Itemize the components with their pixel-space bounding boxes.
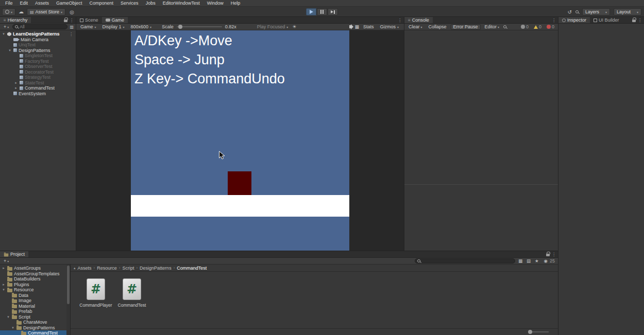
tab-console[interactable]: ≡ Console	[404, 17, 433, 23]
search-icon[interactable]	[575, 10, 579, 13]
expand-arrow-icon[interactable]: ▾	[2, 288, 6, 292]
project-folder-prefab[interactable]: Prefab	[0, 309, 70, 314]
project-folder-charamove[interactable]: CharaMove	[0, 320, 70, 325]
menu-item-gameobject[interactable]: GameObject	[53, 0, 86, 7]
hierarchy-item-commandtest[interactable]: ▸CommandTest	[0, 85, 76, 91]
hierarchy-item-eventsystem[interactable]: EventSystem	[0, 91, 76, 97]
account-button[interactable]: ▾	[2, 8, 15, 15]
pause-button[interactable]	[317, 8, 327, 15]
expand-arrow-icon[interactable]: ▸	[14, 86, 18, 90]
hierarchy-item-unqtext[interactable]: UnqText	[0, 42, 76, 48]
game-viewport[interactable]: A/DKey ->MoveSpace -> JunpZ Key-> Comman…	[131, 30, 349, 251]
stats-button[interactable]: Stats	[361, 24, 376, 29]
tab-hierarchy[interactable]: ≡ Hierarchy	[0, 17, 31, 23]
breadcrumb-segment-resource[interactable]: Resource	[97, 266, 117, 271]
expand-arrow-icon[interactable]: ▾	[11, 326, 15, 330]
panel-menu-icon[interactable]: ⋮	[550, 17, 558, 23]
menu-item-jobs[interactable]: Jobs	[142, 0, 159, 7]
project-folder-image[interactable]: Image	[0, 298, 70, 304]
breadcrumb-segment-designpatterns[interactable]: DesignPatterns	[140, 266, 172, 271]
tab-ui-builder[interactable]: UI Builder	[590, 17, 623, 23]
clear-button[interactable]: Clear▾	[406, 24, 425, 29]
scene-menu-icon[interactable]: ⋮	[69, 32, 76, 37]
expand-arrow-icon[interactable]: ▾	[6, 315, 10, 319]
create-object-button[interactable]: +▾	[2, 24, 10, 29]
project-folder-commandtest[interactable]: CommandTest	[0, 330, 70, 335]
console-log-list[interactable]	[404, 30, 558, 185]
tab-game[interactable]: Game	[102, 17, 128, 23]
menu-item-editorwindowtest[interactable]: EditorWindowTest	[159, 0, 204, 7]
project-folder-designpatterns[interactable]: ▾DesignPatterns	[0, 325, 70, 331]
warning-count[interactable]: 0	[532, 24, 543, 29]
info-count[interactable]: 0	[519, 24, 530, 29]
zoom-slider-thumb[interactable]	[528, 330, 532, 334]
scale-slider[interactable]	[177, 26, 222, 27]
hidden-packages-toggle[interactable]: ◉ 25	[542, 258, 556, 263]
search-by-label-icon[interactable]: ▤	[526, 258, 532, 263]
expand-arrow-icon[interactable]: ▸	[2, 283, 6, 287]
mute-audio-icon[interactable]	[349, 25, 351, 28]
version-control-icon[interactable]: ◎	[69, 9, 75, 15]
breadcrumb-segment-commandtest[interactable]: CommandTest	[177, 266, 207, 271]
favorites-star-icon[interactable]: ★	[534, 258, 540, 263]
collapse-button[interactable]: Collapse	[427, 24, 449, 29]
hierarchy-item-statetest[interactable]: ▸StateTest	[0, 80, 76, 86]
project-folder-assetgrouptemplates[interactable]: AssetGroupTemplates	[0, 271, 70, 277]
hierarchy-item-main-camera[interactable]: Main Camera	[0, 37, 76, 43]
filter-icon[interactable]: ▥	[70, 25, 74, 29]
panel-menu-icon[interactable]: ⋮	[636, 17, 644, 23]
vsync-grid-icon[interactable]: ▦	[354, 24, 359, 29]
cloud-icon[interactable]: ☁	[19, 8, 24, 15]
expand-arrow-icon[interactable]: ▸	[14, 81, 18, 85]
capture-icon[interactable]: ☀	[292, 24, 296, 29]
asset-store-button[interactable]: ▤ Asset Store ▾	[27, 8, 65, 15]
expand-arrow-icon[interactable]: ▾	[2, 32, 6, 36]
panel-menu-icon[interactable]: ⋮	[550, 251, 558, 257]
asset-commandtest[interactable]: #CommandTest	[114, 278, 150, 308]
breadcrumb-collapse-icon[interactable]: ▴	[74, 266, 76, 270]
tab-project[interactable]: Project	[0, 251, 28, 257]
menu-item-help[interactable]: Help	[227, 0, 244, 7]
menu-item-file[interactable]: File	[2, 0, 16, 7]
hierarchy-search-input[interactable]: All	[12, 24, 67, 29]
lock-icon[interactable]	[632, 20, 636, 22]
tree-scrollbar[interactable]	[66, 265, 70, 335]
undo-history-icon[interactable]: ↺	[568, 9, 572, 15]
error-pause-button[interactable]: Error Pause	[451, 24, 481, 30]
game-target-dropdown[interactable]: Game▾	[78, 24, 98, 29]
menu-item-window[interactable]: Window	[204, 0, 227, 7]
project-folder-resource[interactable]: ▾Resource	[0, 287, 70, 293]
panel-menu-icon[interactable]: ⋮	[396, 17, 404, 23]
layers-dropdown[interactable]: Layers ▾	[582, 8, 610, 15]
project-folder-script[interactable]: ▾Script	[0, 314, 70, 320]
expand-arrow-icon[interactable]: ▾	[8, 48, 12, 52]
tab-inspector[interactable]: Inspector	[558, 17, 590, 23]
scrollbar-thumb[interactable]	[67, 266, 70, 304]
lock-icon[interactable]	[546, 254, 550, 256]
menu-item-services[interactable]: Services	[117, 0, 142, 7]
menu-item-assets[interactable]: Assets	[31, 0, 53, 7]
scale-slider-thumb[interactable]	[178, 25, 182, 29]
hierarchy-item-designpatterns[interactable]: ▾DesignPatterns	[0, 48, 76, 54]
play-focused-dropdown[interactable]: Play Focused▾	[255, 24, 291, 29]
breadcrumb-segment-assets[interactable]: Assets	[78, 266, 92, 271]
expand-arrow-icon[interactable]: ▸	[2, 266, 6, 270]
search-by-type-icon[interactable]: ▦	[517, 258, 523, 263]
panel-menu-icon[interactable]: ⋮	[67, 17, 76, 23]
play-button[interactable]	[306, 8, 316, 15]
hierarchy-item-strategytest[interactable]: StrategyTest	[0, 75, 76, 80]
hierarchy-item-singletontest[interactable]: SingletonTest	[0, 53, 76, 59]
editor-dropdown[interactable]: Editor▾	[483, 24, 502, 29]
console-search-icon[interactable]	[503, 25, 506, 28]
hierarchy-item-observertest[interactable]: ObserverTest	[0, 64, 76, 69]
breadcrumb-segment-script[interactable]: Script	[122, 266, 134, 271]
layout-dropdown[interactable]: Layout ▾	[614, 8, 641, 15]
hierarchy-item-learndesignpatterns[interactable]: ▾LearnDesignPatterns⋮	[0, 31, 76, 37]
project-folder-material[interactable]: Material	[0, 304, 70, 309]
error-count[interactable]: 0	[545, 24, 556, 29]
gizmos-dropdown[interactable]: Gizmos▾	[378, 24, 402, 29]
project-folder-databuilders[interactable]: DataBuilders	[0, 276, 70, 282]
project-folder-assetgroups[interactable]: ▸AssetGroups	[0, 266, 70, 271]
project-search-input[interactable]	[415, 258, 515, 263]
menu-item-component[interactable]: Component	[86, 0, 117, 7]
